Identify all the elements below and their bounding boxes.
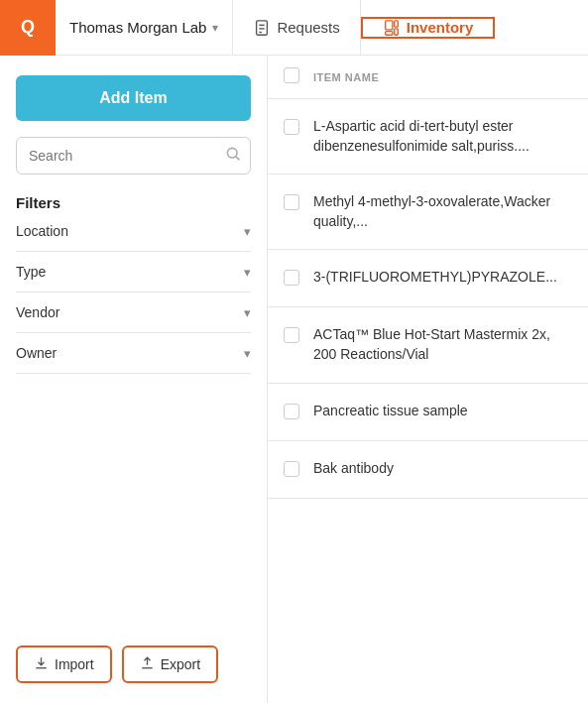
requests-icon	[253, 19, 271, 37]
search-icon	[225, 146, 241, 166]
filter-type-label: Type	[16, 264, 46, 280]
inventory-icon	[383, 19, 401, 37]
nav-inventory[interactable]: Inventory	[361, 17, 496, 39]
filter-vendor-label: Vendor	[16, 304, 59, 320]
item-name: Bak antibody	[313, 459, 572, 479]
item-name: ACTaq™ Blue Hot-Start Mastermix 2x, 200 …	[313, 325, 572, 364]
table-row[interactable]: Pancreatic tissue sample	[268, 384, 588, 441]
item-name: Pancreatic tissue sample	[313, 402, 572, 421]
row-checkbox[interactable]	[284, 325, 313, 346]
nav-inventory-label: Inventory	[407, 19, 474, 36]
svg-rect-5	[385, 31, 392, 35]
import-label: Import	[55, 656, 94, 672]
search-wrapper	[16, 137, 251, 175]
filter-type[interactable]: Type ▾	[16, 252, 251, 293]
row-checkbox[interactable]	[284, 117, 313, 138]
filter-location-chevron-icon: ▾	[244, 224, 251, 239]
import-icon	[34, 655, 49, 673]
bottom-actions: Import Export	[16, 630, 251, 683]
filters-title: Filters	[16, 194, 251, 211]
filter-location-label: Location	[16, 223, 68, 239]
filter-vendor[interactable]: Vendor ▾	[16, 293, 251, 333]
svg-rect-6	[394, 20, 398, 26]
item-name: Methyl 4-methyl-3-oxovalerate,Wacker qua…	[313, 192, 572, 231]
row-checkbox[interactable]	[284, 459, 313, 480]
svg-rect-4	[385, 20, 392, 29]
export-button[interactable]: Export	[122, 645, 218, 683]
table-row[interactable]: Bak antibody	[268, 441, 588, 499]
row-checkbox[interactable]	[284, 192, 313, 213]
filter-owner[interactable]: Owner ▾	[16, 333, 251, 374]
logo-label: Q	[21, 17, 35, 38]
table-header: ITEM NAME	[268, 56, 588, 99]
table-row[interactable]: 3-(TRIFLUOROMETHYL)PYRAZOLE...	[268, 250, 588, 307]
export-icon	[140, 655, 155, 673]
row-checkbox[interactable]	[284, 268, 313, 289]
header: Q Thomas Morgan Lab ▾ Requests Inventory	[0, 0, 588, 56]
svg-line-9	[236, 157, 240, 161]
item-name: 3-(TRIFLUOROMETHYL)PYRAZOLE...	[313, 268, 572, 288]
svg-point-8	[227, 148, 237, 158]
sidebar: Add Item Filters Location ▾ Type ▾	[0, 56, 268, 703]
nav-requests-label: Requests	[277, 19, 339, 36]
table-row[interactable]: L-Aspartic acid di-tert-butyl ester dibe…	[268, 99, 588, 175]
search-input[interactable]	[16, 137, 251, 175]
add-item-button[interactable]: Add Item	[16, 75, 251, 121]
lab-name-text: Thomas Morgan Lab	[69, 19, 206, 36]
table-row[interactable]: Methyl 4-methyl-3-oxovalerate,Wacker qua…	[268, 175, 588, 250]
filter-owner-label: Owner	[16, 345, 57, 361]
chevron-down-icon: ▾	[212, 21, 218, 35]
lab-name-selector[interactable]: Thomas Morgan Lab ▾	[56, 0, 233, 56]
column-item-name: ITEM NAME	[313, 71, 572, 83]
item-name: L-Aspartic acid di-tert-butyl ester dibe…	[313, 117, 572, 156]
row-checkbox[interactable]	[284, 402, 313, 422]
content-area: ITEM NAME L-Aspartic acid di-tert-butyl …	[268, 56, 588, 703]
filters-list: Location ▾ Type ▾ Vendor ▾ Owner ▾	[16, 211, 251, 374]
import-button[interactable]: Import	[16, 645, 112, 683]
main-layout: Add Item Filters Location ▾ Type ▾	[0, 56, 588, 703]
filter-type-chevron-icon: ▾	[244, 265, 251, 280]
table-row[interactable]: ACTaq™ Blue Hot-Start Mastermix 2x, 200 …	[268, 307, 588, 383]
logo-button[interactable]: Q	[0, 0, 56, 56]
select-all-checkbox[interactable]	[284, 67, 299, 83]
filter-owner-chevron-icon: ▾	[244, 346, 251, 361]
export-label: Export	[161, 656, 200, 672]
svg-rect-7	[394, 28, 398, 34]
filter-vendor-chevron-icon: ▾	[244, 305, 251, 320]
header-checkbox-col	[284, 67, 313, 86]
nav-requests[interactable]: Requests	[233, 0, 360, 56]
filters-section: Filters Location ▾ Type ▾ Vendor ▾ Owner…	[16, 190, 251, 374]
filter-location[interactable]: Location ▾	[16, 211, 251, 252]
